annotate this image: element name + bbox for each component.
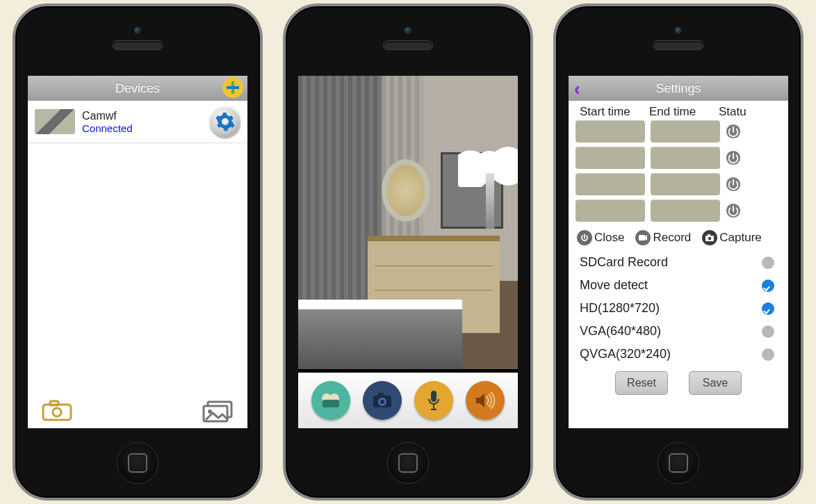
svg-rect-24 — [708, 234, 710, 236]
power-icon[interactable] — [726, 203, 741, 218]
speaker-icon — [475, 391, 496, 409]
phone-live — [283, 3, 533, 501]
schedule-row — [576, 120, 781, 143]
home-button[interactable] — [117, 442, 158, 484]
device-status: Connected — [82, 122, 210, 134]
record-video-button[interactable] — [311, 381, 350, 420]
option-sdcard[interactable]: SDCard Record — [569, 251, 788, 274]
end-time-cell[interactable] — [651, 120, 720, 143]
header-title: Settings — [655, 81, 701, 96]
videocam-icon — [320, 393, 341, 408]
option-vga[interactable]: VGA(640*480) — [569, 320, 788, 343]
phone-settings: ‹ Settings Start time End time Statu — [553, 3, 803, 501]
schedule-row — [576, 200, 781, 222]
close-action[interactable]: Close — [577, 230, 624, 245]
oval-frame — [382, 159, 430, 222]
screen-settings: ‹ Settings Start time End time Statu — [569, 76, 788, 428]
svg-rect-12 — [378, 393, 384, 396]
option-label: Move detect — [580, 278, 648, 293]
radio-indicator[interactable] — [762, 325, 774, 338]
option-hd[interactable]: HD(1280*720) — [569, 297, 788, 320]
col-end: End time — [649, 105, 719, 119]
option-movedetect[interactable]: Move detect — [569, 274, 788, 297]
svg-rect-22 — [639, 235, 645, 241]
camera-icon — [702, 230, 717, 245]
option-qvga[interactable]: QVGA(320*240) — [569, 343, 788, 366]
phone-top — [15, 6, 260, 72]
speaker-button[interactable] — [466, 381, 505, 420]
svg-rect-2 — [43, 405, 71, 420]
svg-rect-15 — [431, 391, 436, 402]
end-time-cell[interactable] — [651, 147, 720, 169]
device-name: Camwf — [82, 110, 210, 122]
option-label: HD(1280*720) — [580, 301, 660, 316]
schedule-grid — [569, 120, 788, 222]
speaker-grille — [113, 41, 162, 49]
room-scene — [298, 76, 518, 369]
screen-devices: Devices Camwf Connected — [28, 76, 247, 428]
save-button[interactable]: Save — [689, 371, 742, 395]
phone-top — [556, 6, 801, 72]
svg-rect-3 — [50, 401, 58, 405]
camera-feed[interactable] — [298, 76, 518, 369]
bed — [298, 300, 462, 369]
sensor-dot — [405, 27, 411, 34]
schedule-row — [576, 173, 781, 195]
home-button[interactable] — [658, 442, 699, 484]
capture-label: Capture — [719, 231, 761, 245]
radio-indicator[interactable] — [762, 257, 774, 269]
device-settings-button[interactable] — [210, 106, 240, 137]
option-label: VGA(640*480) — [580, 324, 661, 339]
header-bar: Devices — [28, 76, 247, 101]
camera-solid-icon — [372, 392, 393, 409]
header-bar: ‹ Settings — [569, 76, 788, 101]
videocam-icon — [635, 230, 651, 245]
option-label: SDCard Record — [580, 255, 668, 270]
settings-body: Start time End time Statu — [569, 101, 788, 428]
radio-indicator[interactable] — [762, 279, 774, 292]
speaker-grille — [384, 41, 432, 49]
start-time-cell[interactable] — [576, 173, 645, 195]
header-title: Devices — [115, 81, 160, 96]
device-info: Camwf Connected — [82, 110, 210, 134]
microphone-button[interactable] — [414, 381, 453, 420]
start-time-cell[interactable] — [576, 147, 645, 169]
radio-indicator[interactable] — [762, 302, 774, 315]
power-icon — [577, 230, 592, 245]
power-icon[interactable] — [726, 177, 741, 192]
gallery-icon[interactable] — [202, 399, 235, 423]
live-toolbar — [298, 373, 518, 428]
add-device-button[interactable] — [222, 77, 243, 98]
end-time-cell[interactable] — [651, 200, 720, 222]
screen-live — [298, 76, 518, 428]
end-time-cell[interactable] — [651, 173, 720, 195]
home-button[interactable] — [387, 442, 429, 484]
radio-indicator[interactable] — [762, 348, 774, 361]
record-action[interactable]: Record — [635, 230, 691, 245]
reset-button[interactable]: Reset — [615, 371, 668, 395]
option-label: QVGA(320*240) — [580, 347, 671, 361]
phone-devices: Devices Camwf Connected — [13, 3, 263, 501]
start-time-cell[interactable] — [576, 120, 645, 143]
sensor-dot — [134, 27, 141, 34]
camera-icon[interactable] — [40, 399, 74, 423]
col-start: Start time — [580, 105, 649, 119]
capture-action[interactable]: Capture — [702, 230, 761, 245]
device-thumbnail — [35, 109, 75, 134]
button-row: Reset Save — [569, 366, 788, 395]
back-button[interactable]: ‹ — [574, 79, 580, 100]
svg-point-14 — [380, 400, 384, 404]
device-row[interactable]: Camwf Connected — [28, 101, 247, 143]
power-icon[interactable] — [726, 150, 741, 165]
start-time-cell[interactable] — [576, 200, 645, 222]
col-status: Statu — [719, 105, 781, 119]
plus-icon — [226, 81, 240, 95]
svg-rect-10 — [323, 400, 339, 407]
schedule-headers: Start time End time Statu — [569, 101, 788, 120]
power-icon[interactable] — [726, 124, 741, 139]
speaker-grille — [654, 41, 703, 49]
close-label: Close — [594, 231, 624, 245]
record-label: Record — [653, 231, 691, 245]
svg-point-4 — [53, 408, 61, 416]
snapshot-button[interactable] — [363, 381, 402, 420]
